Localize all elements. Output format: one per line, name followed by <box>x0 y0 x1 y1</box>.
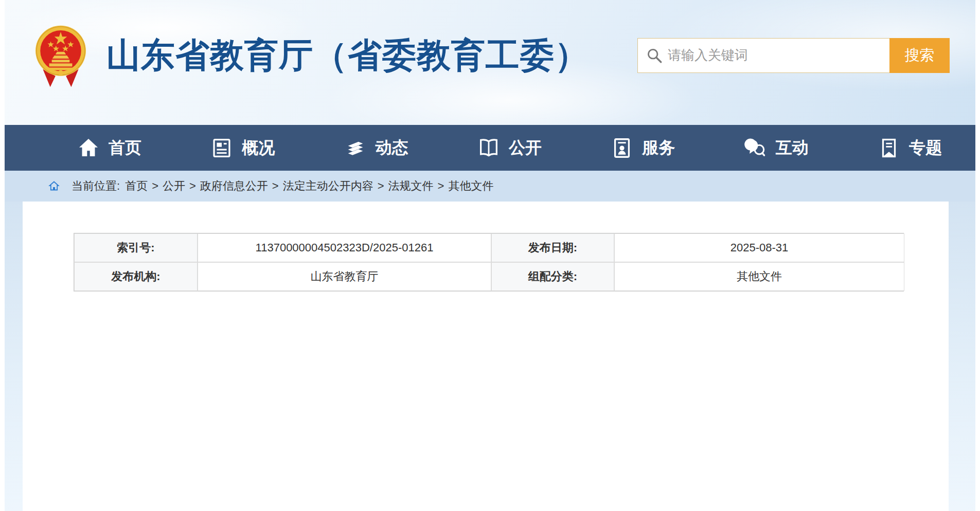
national-emblem-logo <box>34 22 87 89</box>
breadcrumb-item-regulations[interactable]: 法规文件 <box>388 178 434 194</box>
main-background: 索引号: 11370000004502323D/2025-01261 发布日期:… <box>5 202 975 511</box>
info-value-category: 其他文件 <box>614 262 904 291</box>
info-label-agency: 发布机构: <box>74 262 198 291</box>
open-book-icon <box>477 136 501 160</box>
breadcrumb-separator: > <box>189 179 196 193</box>
service-document-person-icon <box>610 136 634 160</box>
overview-newspaper-icon <box>210 136 234 160</box>
nav-item-label: 互动 <box>776 137 809 159</box>
breadcrumb-prefix: 当前位置: <box>72 178 120 194</box>
main-nav: 首页 概况 动态 <box>5 125 975 171</box>
site-search: 搜索 <box>637 38 950 73</box>
nav-item-home[interactable]: 首页 <box>77 136 141 160</box>
info-value-agency: 山东省教育厅 <box>198 262 491 291</box>
site-header: 山东省教育厅（省委教育工委） 搜索 <box>5 0 975 125</box>
nav-item-label: 概况 <box>242 137 275 159</box>
content-card: 索引号: 11370000004502323D/2025-01261 发布日期:… <box>23 202 949 511</box>
info-value-pubdate: 2025-08-31 <box>614 233 904 262</box>
nav-item-services[interactable]: 服务 <box>610 136 675 160</box>
info-value-index: 11370000004502323D/2025-01261 <box>198 233 491 262</box>
info-label-index: 索引号: <box>74 233 198 262</box>
breadcrumb-separator: > <box>378 179 384 193</box>
breadcrumb-separator: > <box>272 179 279 193</box>
page: 山东省教育厅（省委教育工委） 搜索 首页 <box>5 0 975 511</box>
nav-item-label: 专题 <box>909 137 942 159</box>
news-books-icon <box>344 136 367 160</box>
nav-item-topics[interactable]: 专题 <box>877 136 942 160</box>
info-label-pubdate: 发布日期: <box>491 233 614 262</box>
nav-item-label: 首页 <box>109 137 141 159</box>
interaction-chat-icon <box>744 136 768 160</box>
document-info-table: 索引号: 11370000004502323D/2025-01261 发布日期:… <box>74 233 904 291</box>
home-icon <box>77 136 100 160</box>
nav-item-overview[interactable]: 概况 <box>210 136 275 160</box>
nav-item-disclosure[interactable]: 公开 <box>477 136 542 160</box>
search-button[interactable]: 搜索 <box>889 38 950 73</box>
breadcrumb-home-icon <box>48 180 60 192</box>
breadcrumb: 当前位置: 首页 > 公开 > 政府信息公开 > 法定主动公开内容 > 法规文件… <box>5 171 975 202</box>
breadcrumb-item-disclosure[interactable]: 公开 <box>163 178 185 194</box>
nav-item-label: 公开 <box>509 137 542 159</box>
breadcrumb-item-gov-info[interactable]: 政府信息公开 <box>200 178 268 194</box>
info-label-category: 组配分类: <box>491 262 614 291</box>
site-title: 山东省教育厅（省委教育工委） <box>106 32 589 79</box>
breadcrumb-separator: > <box>152 179 158 193</box>
nav-item-interaction[interactable]: 互动 <box>744 136 809 160</box>
topics-page-icon <box>877 136 901 160</box>
nav-item-label: 服务 <box>642 137 675 159</box>
search-input[interactable] <box>637 38 889 73</box>
breadcrumb-separator: > <box>438 179 444 193</box>
breadcrumb-item-statutory[interactable]: 法定主动公开内容 <box>283 178 373 194</box>
nav-item-label: 动态 <box>376 137 408 159</box>
breadcrumb-item-other-docs[interactable]: 其他文件 <box>448 178 493 194</box>
nav-item-news[interactable]: 动态 <box>344 136 408 160</box>
search-icon <box>646 47 663 64</box>
breadcrumb-item-home[interactable]: 首页 <box>125 178 148 194</box>
